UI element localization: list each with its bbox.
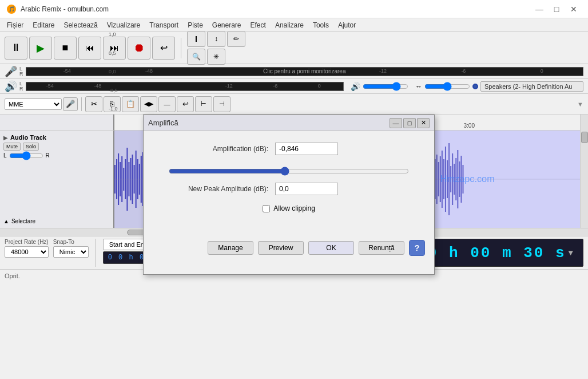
peak-amplitude-row: New Peak Amplitude (dB): (161, 183, 417, 195)
vertical-scrollbar[interactable] (580, 131, 588, 228)
mute-button[interactable]: Mute (3, 143, 21, 151)
menu-analizare[interactable]: Analizare (271, 20, 308, 30)
tool-group-edit: I ↕ ✏ 🔍 ✳ (187, 31, 245, 65)
undo-button[interactable]: ↩ (177, 96, 194, 112)
project-rate-label: Project Rate (Hz) (5, 239, 49, 245)
amplification-slider[interactable] (169, 167, 409, 176)
menu-piste[interactable]: Piste (183, 20, 208, 30)
track-info-panel: ▶ Audio Track Mute Solo L R ▲ Selectare (0, 131, 114, 228)
modal-title-bar: Amplifică — □ ✕ (144, 115, 434, 131)
multi-tool-button[interactable]: ✳ (207, 49, 225, 65)
track-select-label: Selectare (11, 218, 35, 224)
solo-button[interactable]: Solo (23, 143, 39, 151)
api-dropdown[interactable]: MME (5, 98, 62, 110)
track-lr-left: L (3, 152, 7, 159)
time-display-arrow[interactable]: ▼ (569, 248, 575, 258)
amplification-row: Amplification (dB): (161, 143, 417, 155)
silence2-button[interactable]: ⊣ (213, 96, 231, 112)
menu-tools[interactable]: Tools (308, 20, 333, 30)
mic-icon[interactable]: 🎤 (5, 65, 17, 78)
envelope-tool-button[interactable]: ↕ (207, 31, 225, 47)
modal-minimize-button[interactable]: — (390, 118, 402, 128)
modal-maximize-button[interactable]: □ (403, 118, 416, 128)
amplification-input[interactable] (275, 143, 338, 155)
trim-button[interactable]: ◀▶ (140, 96, 157, 112)
track-collapse-bottom[interactable]: ▲ (3, 218, 9, 224)
menu-bar: Fișier Editare Selectează Vizualizare Tr… (0, 18, 588, 32)
allow-clipping-row: Allow clipping (161, 204, 417, 212)
mic-input-button[interactable]: 🎤 (63, 97, 78, 111)
y-label-top: 1,0 (109, 31, 118, 37)
modal-title: Amplifică (148, 119, 178, 127)
skip-back-button[interactable]: ⏮ (78, 37, 101, 60)
pause-button[interactable]: ⏸ (5, 37, 27, 60)
watermark-text: Hmzapc.com (440, 173, 495, 184)
menu-editare[interactable]: Editare (28, 20, 59, 30)
paste-button[interactable]: 📋 (122, 96, 139, 112)
peak-amplitude-input[interactable] (275, 183, 338, 195)
snap-to-dropdown[interactable]: Nimic (53, 246, 89, 258)
menu-transport[interactable]: Transport (145, 20, 183, 30)
snap-to-section: Snap-To Nimic (53, 239, 89, 267)
menu-ajutor[interactable]: Ajutor (333, 20, 360, 30)
trim2-button[interactable]: ⊢ (195, 96, 212, 112)
pan-slider[interactable] (424, 82, 470, 90)
y-label-midbot: -0,5 (109, 88, 118, 93)
stop-button[interactable]: ■ (54, 37, 77, 60)
cursor-tool-button[interactable]: I (187, 31, 205, 47)
minimize-button[interactable]: — (532, 3, 547, 15)
app-icon: 🎵 (7, 5, 16, 14)
status-text: Oprit. (5, 273, 20, 279)
close-button[interactable]: ✕ (566, 3, 581, 15)
track-name: Audio Track (10, 134, 46, 141)
menu-efect[interactable]: Efect (246, 20, 271, 30)
project-rate-dropdown[interactable]: 48000 (5, 246, 49, 258)
allow-clipping-label: Allow clipping (273, 204, 315, 212)
maximize-button[interactable]: □ (549, 3, 564, 15)
speaker-device-label: Speakers (2- High Definition Au (480, 81, 583, 92)
edit-toolbar: MME 🎤 ✂ ⎘ 📋 ◀▶ — ↩ ⊢ ⊣ ▼ (0, 94, 588, 115)
y-label-bot: -1,0 (109, 106, 118, 112)
snap-to-label: Snap-To (53, 239, 89, 245)
y-label-midtop: 0,5 (109, 50, 118, 56)
amp-label: Amplification (dB): (161, 145, 275, 153)
track-gain-slider[interactable] (9, 153, 43, 159)
draw-tool-button[interactable]: ✏ (227, 31, 245, 47)
modal-close-button[interactable]: ✕ (417, 118, 430, 128)
window-title: Arabic Remix - omulbun.com (21, 5, 109, 13)
cancel-button[interactable]: Renunță (359, 241, 404, 255)
ruler-spacer (0, 115, 114, 131)
zoom-tool-button[interactable]: 🔍 (187, 49, 205, 65)
cut-button[interactable]: ✂ (85, 96, 102, 112)
menu-vizualizare[interactable]: Vizualizare (102, 20, 145, 30)
volume-slider[interactable] (363, 82, 408, 90)
amplify-dialog: Amplifică — □ ✕ Amplification (dB): New … (143, 115, 435, 275)
allow-clipping-checkbox[interactable] (263, 205, 270, 212)
time-mark-300: 3:00 (464, 123, 475, 129)
scroll-thumb-v[interactable] (581, 132, 588, 143)
track-lr-right: R (46, 152, 50, 159)
record-button[interactable]: ⏺ (128, 37, 150, 60)
ok-button[interactable]: OK (308, 241, 354, 255)
slider-row (161, 164, 417, 183)
peak-label: New Peak Amplitude (dB): (161, 185, 275, 193)
y-label-zero: 0,0 (109, 69, 118, 74)
project-rate-section: Project Rate (Hz) 48000 (5, 239, 49, 267)
silence-button[interactable]: — (158, 96, 176, 112)
loop-button[interactable]: ↩ (152, 37, 175, 60)
play-button[interactable]: ▶ (29, 37, 52, 60)
menu-selecteaza[interactable]: Selectează (59, 20, 102, 30)
menu-generare[interactable]: Generare (208, 20, 246, 30)
modal-footer: Manage Preview OK Renunță ? (144, 235, 434, 265)
toolbar-separator-1 (181, 38, 181, 58)
manage-button[interactable]: Manage (208, 241, 253, 255)
speaker-icon[interactable]: 🔊 (5, 80, 17, 93)
preview-button[interactable]: Preview (258, 241, 304, 255)
help-button[interactable]: ? (409, 240, 425, 256)
track-collapse-icon[interactable]: ▶ (3, 135, 8, 141)
transport-controls: ⏸ ▶ ■ ⏮ ⏭ ⏺ ↩ (5, 37, 175, 60)
menu-fisier[interactable]: Fișier (2, 20, 28, 30)
modal-body: Amplification (dB): New Peak Amplitude (… (144, 131, 434, 235)
title-bar: 🎵 Arabic Remix - omulbun.com — □ ✕ (0, 0, 588, 18)
edit-separator (81, 97, 82, 111)
